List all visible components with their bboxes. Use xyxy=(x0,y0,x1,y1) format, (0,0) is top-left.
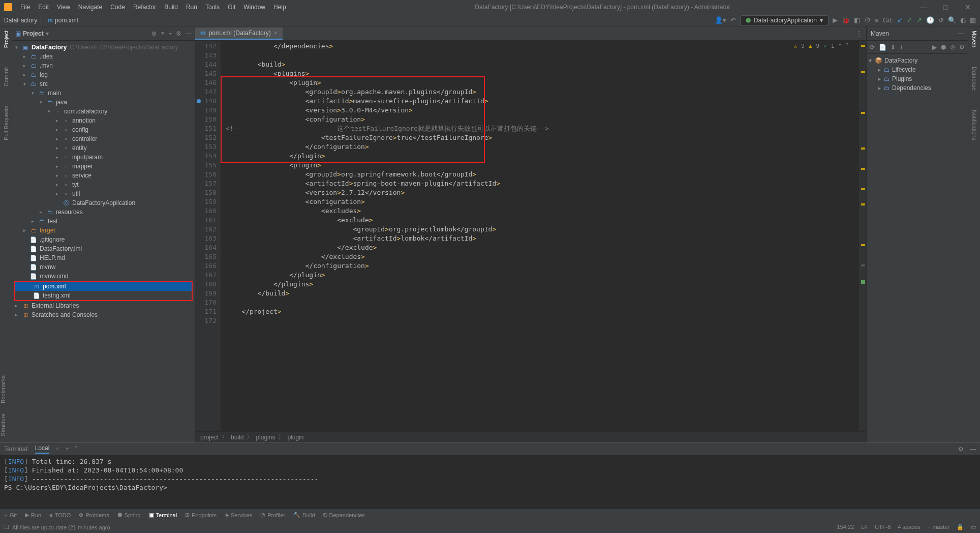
bottom-tab-build[interactable]: 🔨Build xyxy=(293,512,315,518)
tree-item-mvnw[interactable]: 📄mvnw xyxy=(12,262,195,272)
tree-item-.mvn[interactable]: ▸🗀.mvn xyxy=(12,61,195,70)
file-encoding[interactable]: UTF-8 xyxy=(875,524,891,530)
tree-item-.idea[interactable]: ▸🗀.idea xyxy=(12,52,195,61)
left-tab-project[interactable]: Project xyxy=(3,28,9,50)
right-tab-notifications[interactable]: Notifications xyxy=(971,108,977,142)
menu-code[interactable]: Code xyxy=(106,2,129,13)
terminal-new-tab[interactable]: + xyxy=(65,446,69,453)
expand-all-icon[interactable]: ≡ xyxy=(161,30,164,37)
tree-item-resources[interactable]: ▸🗀resources xyxy=(12,208,195,217)
git-branch[interactable]: ⑂ master xyxy=(927,524,950,530)
maven-plugins[interactable]: ▸🗀Plugins xyxy=(869,74,966,83)
terminal-tab-local[interactable]: Local xyxy=(35,445,50,454)
stop-button[interactable]: ■ xyxy=(875,16,879,24)
terminal-close-tab[interactable]: × xyxy=(55,446,59,453)
hide-icon[interactable]: — xyxy=(958,30,964,37)
execute-icon[interactable]: ⬢ xyxy=(941,44,946,51)
tree-item-util[interactable]: ▸▫util xyxy=(12,189,195,198)
tree-item-mvnw.cmd[interactable]: 📄mvnw.cmd xyxy=(12,272,195,281)
hide-icon[interactable]: — xyxy=(186,30,192,37)
chevron-up-icon[interactable]: ^ xyxy=(838,42,842,51)
menu-help[interactable]: Help xyxy=(269,2,290,13)
tree-item-test[interactable]: ▸🗀test xyxy=(12,217,195,226)
tree-item-HELP.md[interactable]: 📄HELP.md xyxy=(12,253,195,262)
editor-menu-icon[interactable]: ⋮ xyxy=(856,30,866,37)
menu-file[interactable]: File xyxy=(16,2,34,13)
bottom-tab-run[interactable]: ▶Run xyxy=(25,512,41,518)
memory-indicator[interactable]: ▭ xyxy=(971,524,976,530)
reload-icon[interactable]: ⟳ xyxy=(870,44,875,51)
left-tab-commit[interactable]: Commit xyxy=(3,65,9,88)
error-stripe[interactable] xyxy=(859,41,866,431)
tree-item-src[interactable]: ▾🗀src xyxy=(12,79,195,88)
menu-refactor[interactable]: Refactor xyxy=(129,2,160,13)
bottom-tab-profiler[interactable]: ◔Profiler xyxy=(260,512,285,518)
debug-button[interactable]: 🐞 xyxy=(842,16,850,24)
inspections-widget[interactable]: ⚠9 ▲9 ✓1 ^ ˅ xyxy=(794,42,849,51)
status-icon[interactable]: ☐ xyxy=(4,524,9,530)
generate-sources-icon[interactable]: 📄 xyxy=(879,44,886,51)
crumb-plugins[interactable]: plugins xyxy=(256,434,275,441)
terminal-hide-icon[interactable]: — xyxy=(970,446,976,453)
crumb-build[interactable]: build xyxy=(231,434,243,441)
project-label[interactable]: Project xyxy=(23,30,44,37)
avatar-icon[interactable]: ▦ xyxy=(970,16,976,24)
left-tab-pull-requests[interactable]: Pull Requests xyxy=(3,104,9,142)
git-history-icon[interactable]: 🕐 xyxy=(926,16,934,24)
tree-item-.gitignore[interactable]: 📄.gitignore xyxy=(12,235,195,244)
bottom-tab-dependencies[interactable]: ⧉Dependencies xyxy=(323,512,365,518)
run-button[interactable]: ▶ xyxy=(833,16,838,24)
breadcrumb-file[interactable]: pom.xml xyxy=(55,17,78,24)
tree-item-DataFactory.iml[interactable]: 📄DataFactory.iml xyxy=(12,244,195,253)
toggle-offline-icon[interactable]: ⊘ xyxy=(950,44,955,51)
coverage-button[interactable]: ◧ xyxy=(854,16,860,24)
tree-item-log[interactable]: ▸🗀log xyxy=(12,70,195,79)
line-separator[interactable]: LF xyxy=(861,524,868,530)
add-icon[interactable]: + xyxy=(900,44,903,51)
bottom-tab-endpoints[interactable]: ⊞Endpoints xyxy=(185,512,217,518)
minimize-button[interactable]: — xyxy=(915,3,931,11)
bottom-tab-git[interactable]: ⑂Git xyxy=(4,512,17,518)
tree-item-testng.xml[interactable]: 📄testng.xml xyxy=(15,291,192,300)
menu-view[interactable]: View xyxy=(53,2,74,13)
maximize-button[interactable]: □ xyxy=(937,3,954,11)
tree-item-entity[interactable]: ▸▫entity xyxy=(12,143,195,153)
chevron-down-icon[interactable]: ˅ xyxy=(75,446,78,453)
profile-button[interactable]: ⏱ xyxy=(864,16,871,24)
bottom-tab-terminal[interactable]: ▣Terminal xyxy=(149,512,177,518)
tree-item-config[interactable]: ▸▫config xyxy=(12,125,195,134)
right-tab-maven[interactable]: Maven xyxy=(971,28,977,49)
bottom-tab-problems[interactable]: ⊘Problems xyxy=(79,512,109,518)
git-push-icon[interactable]: ↗ xyxy=(916,16,922,24)
tree-item-target[interactable]: ▸🗀target xyxy=(12,226,195,235)
left-tab-bookmarks[interactable]: Bookmarks xyxy=(0,370,6,408)
select-opened-file-icon[interactable]: ⊕ xyxy=(151,30,157,37)
gutter[interactable]: 142143144145146147 148149150151152153154… xyxy=(195,41,221,431)
tree-item-tyt[interactable]: ▸▫tyt xyxy=(12,180,195,189)
git-commit-icon[interactable]: ✓ xyxy=(907,16,912,24)
settings-icon[interactable]: ⚙ xyxy=(176,30,181,37)
indent-info[interactable]: 4 spaces xyxy=(898,524,920,530)
crumb-project[interactable]: project xyxy=(200,434,219,441)
maven-tree[interactable]: ▾📦DataFactory ▸🗀Lifecycle ▸🗀Plugins ▸🗀De… xyxy=(867,54,968,95)
git-rollback-icon[interactable]: ↺ xyxy=(938,16,944,24)
bottom-tab-services[interactable]: ◈Services xyxy=(225,512,252,518)
close-button[interactable]: ✕ xyxy=(960,3,976,11)
bottom-tab-todo[interactable]: ≡TODO xyxy=(49,512,71,518)
menu-edit[interactable]: Edit xyxy=(34,2,53,13)
code-area[interactable]: ⚠9 ▲9 ✓1 ^ ˅ </dependencies> <build> <pl… xyxy=(221,41,859,431)
chevron-down-icon[interactable]: ▾ xyxy=(46,30,49,37)
terminal-content[interactable]: [INFO] Total time: 26.837 s[INFO] Finish… xyxy=(0,455,980,509)
tree-item-controller[interactable]: ▸▫controller xyxy=(12,134,195,143)
menu-git[interactable]: Git xyxy=(224,2,239,13)
chevron-down-icon[interactable]: ˅ xyxy=(846,42,849,51)
download-sources-icon[interactable]: ⬇ xyxy=(891,44,896,51)
close-tab-icon[interactable]: × xyxy=(274,29,278,37)
menu-navigate[interactable]: Navigate xyxy=(74,2,106,13)
tree-item-java[interactable]: ▾🗀java xyxy=(12,98,195,107)
structure-breadcrumb[interactable]: project〉 build〉 plugins〉 plugin xyxy=(195,431,866,442)
run-configuration-dropdown[interactable]: ⬢ DataFactoryApplication ▾ xyxy=(740,15,829,25)
settings-icon[interactable]: ⚙ xyxy=(959,44,965,51)
menu-build[interactable]: Build xyxy=(160,2,182,13)
menu-tools[interactable]: Tools xyxy=(201,2,224,13)
